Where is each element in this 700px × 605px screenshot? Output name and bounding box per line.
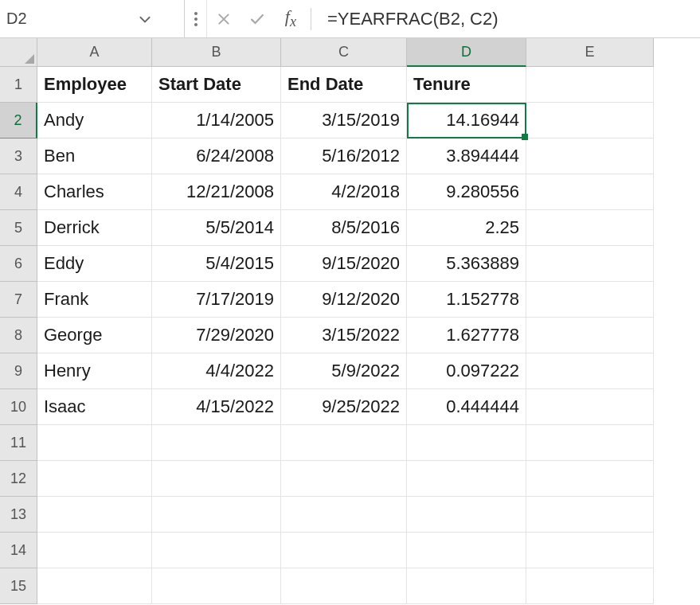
cell-B15[interactable] bbox=[152, 568, 281, 604]
cell-C8[interactable]: 3/15/2022 bbox=[281, 318, 407, 353]
name-box-input[interactable] bbox=[6, 10, 134, 28]
cell-B2[interactable]: 1/14/2005 bbox=[152, 103, 281, 139]
cell-A1[interactable]: Employee bbox=[37, 67, 152, 103]
cell-D14[interactable] bbox=[407, 533, 526, 568]
cell-B1[interactable]: Start Date bbox=[152, 67, 281, 103]
cell-E2[interactable] bbox=[526, 103, 654, 139]
row-header-1[interactable]: 1 bbox=[0, 67, 37, 103]
cell-B6[interactable]: 5/4/2015 bbox=[152, 246, 281, 282]
cell-D12[interactable] bbox=[407, 461, 526, 497]
cell-E14[interactable] bbox=[526, 533, 654, 568]
cell-D5[interactable]: 2.25 bbox=[407, 210, 526, 246]
cell-D15[interactable] bbox=[407, 568, 526, 604]
cell-E8[interactable] bbox=[526, 318, 654, 353]
column-header-D[interactable]: D bbox=[407, 38, 526, 67]
row-header-3[interactable]: 3 bbox=[0, 139, 37, 174]
cell-B9[interactable]: 4/4/2022 bbox=[152, 353, 281, 389]
cell-A8[interactable]: George bbox=[37, 318, 152, 353]
cell-D7[interactable]: 1.152778 bbox=[407, 282, 526, 318]
cell-E12[interactable] bbox=[526, 461, 654, 497]
row-header-7[interactable]: 7 bbox=[0, 282, 37, 318]
column-header-E[interactable]: E bbox=[526, 38, 654, 67]
cell-D1[interactable]: Tenure bbox=[407, 67, 526, 103]
row-header-15[interactable]: 15 bbox=[0, 568, 37, 604]
cell-B12[interactable] bbox=[152, 461, 281, 497]
cell-C5[interactable]: 8/5/2016 bbox=[281, 210, 407, 246]
cell-E11[interactable] bbox=[526, 425, 654, 461]
name-box-chevron-icon[interactable] bbox=[134, 0, 156, 37]
row-header-4[interactable]: 4 bbox=[0, 174, 37, 210]
row-header-10[interactable]: 10 bbox=[0, 389, 37, 425]
cell-D6[interactable]: 5.363889 bbox=[407, 246, 526, 282]
column-header-A[interactable]: A bbox=[37, 38, 152, 67]
cell-D3[interactable]: 3.894444 bbox=[407, 139, 526, 174]
cell-A14[interactable] bbox=[37, 533, 152, 568]
row-header-9[interactable]: 9 bbox=[0, 353, 37, 389]
cell-D2[interactable]: 14.16944 bbox=[407, 103, 526, 139]
cell-A12[interactable] bbox=[37, 461, 152, 497]
cell-A13[interactable] bbox=[37, 497, 152, 533]
cell-E3[interactable] bbox=[526, 139, 654, 174]
cell-E13[interactable] bbox=[526, 497, 654, 533]
cancel-icon[interactable] bbox=[207, 0, 241, 37]
select-all-corner[interactable] bbox=[0, 38, 37, 67]
fx-icon[interactable]: fx bbox=[274, 0, 307, 37]
column-header-B[interactable]: B bbox=[152, 38, 281, 67]
cell-E9[interactable] bbox=[526, 353, 654, 389]
cell-A6[interactable]: Eddy bbox=[37, 246, 152, 282]
cell-E15[interactable] bbox=[526, 568, 654, 604]
cell-B14[interactable] bbox=[152, 533, 281, 568]
cell-A11[interactable] bbox=[37, 425, 152, 461]
column-header-C[interactable]: C bbox=[281, 38, 407, 67]
row-header-5[interactable]: 5 bbox=[0, 210, 37, 246]
cell-B5[interactable]: 5/5/2014 bbox=[152, 210, 281, 246]
cell-C14[interactable] bbox=[281, 533, 407, 568]
cell-C4[interactable]: 4/2/2018 bbox=[281, 174, 407, 210]
cell-C11[interactable] bbox=[281, 425, 407, 461]
cell-C15[interactable] bbox=[281, 568, 407, 604]
row-header-2[interactable]: 2 bbox=[0, 103, 37, 139]
cell-D8[interactable]: 1.627778 bbox=[407, 318, 526, 353]
cell-E4[interactable] bbox=[526, 174, 654, 210]
cell-D9[interactable]: 0.097222 bbox=[407, 353, 526, 389]
cell-D13[interactable] bbox=[407, 497, 526, 533]
cell-D4[interactable]: 9.280556 bbox=[407, 174, 526, 210]
row-header-11[interactable]: 11 bbox=[0, 425, 37, 461]
cell-A5[interactable]: Derrick bbox=[37, 210, 152, 246]
cell-C7[interactable]: 9/12/2020 bbox=[281, 282, 407, 318]
cell-C12[interactable] bbox=[281, 461, 407, 497]
cell-A4[interactable]: Charles bbox=[37, 174, 152, 210]
cell-E1[interactable] bbox=[526, 67, 654, 103]
cell-A9[interactable]: Henry bbox=[37, 353, 152, 389]
cell-A10[interactable]: Isaac bbox=[37, 389, 152, 425]
cell-E7[interactable] bbox=[526, 282, 654, 318]
formula-input[interactable] bbox=[315, 9, 700, 29]
cell-B8[interactable]: 7/29/2020 bbox=[152, 318, 281, 353]
cell-B11[interactable] bbox=[152, 425, 281, 461]
cell-C10[interactable]: 9/25/2022 bbox=[281, 389, 407, 425]
cell-B4[interactable]: 12/21/2008 bbox=[152, 174, 281, 210]
cell-C3[interactable]: 5/16/2012 bbox=[281, 139, 407, 174]
row-header-14[interactable]: 14 bbox=[0, 533, 37, 568]
cell-D10[interactable]: 0.444444 bbox=[407, 389, 526, 425]
row-header-8[interactable]: 8 bbox=[0, 318, 37, 353]
cell-A2[interactable]: Andy bbox=[37, 103, 152, 139]
cell-B3[interactable]: 6/24/2008 bbox=[152, 139, 281, 174]
cell-C1[interactable]: End Date bbox=[281, 67, 407, 103]
cell-D11[interactable] bbox=[407, 425, 526, 461]
cell-C13[interactable] bbox=[281, 497, 407, 533]
cell-B13[interactable] bbox=[152, 497, 281, 533]
enter-icon[interactable] bbox=[241, 0, 274, 37]
cell-E5[interactable] bbox=[526, 210, 654, 246]
cell-B10[interactable]: 4/15/2022 bbox=[152, 389, 281, 425]
row-header-6[interactable]: 6 bbox=[0, 246, 37, 282]
cell-A15[interactable] bbox=[37, 568, 152, 604]
cell-C2[interactable]: 3/15/2019 bbox=[281, 103, 407, 139]
cell-B7[interactable]: 7/17/2019 bbox=[152, 282, 281, 318]
cell-C9[interactable]: 5/9/2022 bbox=[281, 353, 407, 389]
cell-E6[interactable] bbox=[526, 246, 654, 282]
row-header-13[interactable]: 13 bbox=[0, 497, 37, 533]
formula-bar-options-icon[interactable] bbox=[185, 0, 207, 37]
cell-A3[interactable]: Ben bbox=[37, 139, 152, 174]
cell-A7[interactable]: Frank bbox=[37, 282, 152, 318]
